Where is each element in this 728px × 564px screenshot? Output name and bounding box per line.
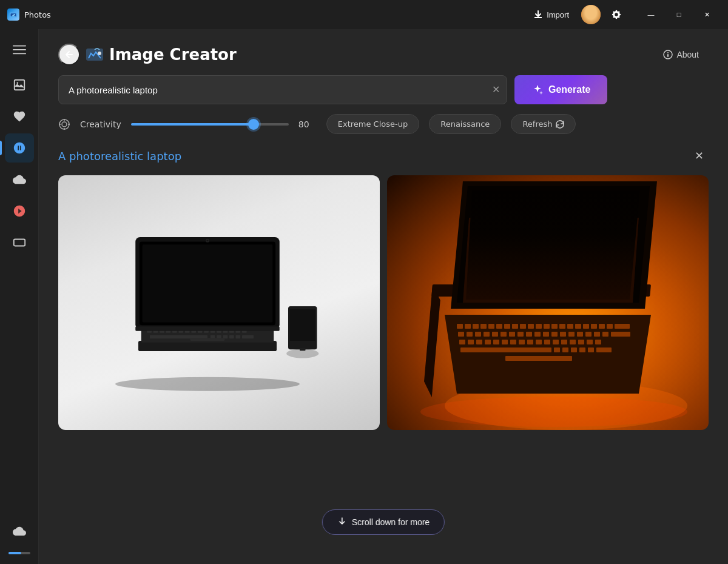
main-content: Image Creator About ✕ Gen <box>39 29 728 564</box>
svg-rect-116 <box>585 332 592 337</box>
svg-rect-104 <box>484 332 490 337</box>
svg-point-11 <box>98 52 101 55</box>
svg-rect-100 <box>615 324 630 329</box>
avatar-face <box>581 5 601 24</box>
svg-rect-144 <box>505 356 572 361</box>
svg-rect-84 <box>488 324 494 329</box>
svg-point-7 <box>16 82 18 84</box>
svg-rect-110 <box>534 332 541 337</box>
svg-rect-94 <box>567 324 573 329</box>
svg-rect-6 <box>14 80 24 90</box>
style-chip-renaissance[interactable]: Renaissance <box>429 114 501 134</box>
svg-rect-9 <box>13 240 24 246</box>
image-2-orange-laptop <box>387 175 709 430</box>
scroll-down-button[interactable]: Scroll down for more <box>322 509 445 535</box>
svg-rect-62 <box>236 335 241 339</box>
svg-rect-105 <box>492 332 498 337</box>
svg-rect-113 <box>560 332 566 337</box>
svg-rect-3 <box>13 45 26 47</box>
results-container: A photorealistic laptop ✕ <box>39 146 728 564</box>
svg-rect-87 <box>512 324 518 329</box>
creativity-label: Creativity <box>80 119 121 129</box>
svg-point-15 <box>62 122 67 127</box>
search-container: ✕ <box>58 75 507 104</box>
svg-rect-128 <box>527 340 533 344</box>
sidebar-item-cloud[interactable] <box>5 165 34 194</box>
svg-rect-121 <box>468 340 474 344</box>
maximize-button[interactable]: □ <box>665 5 693 24</box>
sidebar-item-favorites[interactable] <box>5 102 34 131</box>
svg-rect-92 <box>551 324 558 329</box>
window-controls: — □ ✕ <box>637 5 721 24</box>
search-input[interactable] <box>58 75 507 104</box>
svg-rect-102 <box>467 332 473 337</box>
close-button[interactable]: ✕ <box>693 5 721 24</box>
svg-rect-143 <box>596 347 612 352</box>
creativity-slider[interactable] <box>131 123 289 126</box>
minimize-button[interactable]: — <box>637 5 665 24</box>
svg-rect-93 <box>559 324 565 329</box>
sidebar-item-creator[interactable] <box>5 133 34 163</box>
style-chip-extreme-closeup[interactable]: Extreme Close-up <box>326 114 419 134</box>
svg-rect-127 <box>519 340 525 344</box>
svg-rect-106 <box>500 332 507 337</box>
back-button[interactable] <box>58 44 80 65</box>
svg-rect-135 <box>587 340 593 344</box>
avatar[interactable] <box>581 5 601 24</box>
sidebar-item-album[interactable] <box>5 196 34 226</box>
scroll-down-bar: Scroll down for more <box>322 509 445 535</box>
page-title: Image Creator <box>109 45 237 64</box>
svg-rect-133 <box>570 340 576 344</box>
import-button[interactable]: Import <box>526 6 576 23</box>
clear-button[interactable]: ✕ <box>492 85 500 95</box>
svg-rect-103 <box>475 332 481 337</box>
svg-rect-136 <box>595 340 601 344</box>
settings-button[interactable] <box>605 9 627 20</box>
svg-rect-72 <box>290 309 315 341</box>
sidebar-item-menu[interactable] <box>5 35 34 64</box>
close-results-button[interactable]: ✕ <box>689 146 709 166</box>
svg-rect-115 <box>577 332 583 337</box>
svg-rect-123 <box>485 340 491 344</box>
image-card-1[interactable] <box>58 175 380 430</box>
svg-rect-81 <box>465 324 471 329</box>
svg-rect-122 <box>476 340 482 344</box>
svg-rect-117 <box>594 332 600 337</box>
svg-rect-114 <box>568 332 575 337</box>
about-button[interactable]: About <box>653 45 709 64</box>
image-1-white-laptop <box>58 175 380 430</box>
svg-point-74 <box>286 349 318 358</box>
image-card-2[interactable] <box>387 175 709 430</box>
about-label: About <box>676 50 699 59</box>
svg-rect-107 <box>509 332 515 337</box>
page-header: Image Creator About <box>39 29 728 75</box>
storage-bar <box>8 552 30 554</box>
svg-rect-5 <box>13 53 26 55</box>
svg-rect-99 <box>607 324 613 329</box>
svg-rect-82 <box>473 324 479 329</box>
results-title: A photorealistic laptop <box>58 150 181 163</box>
app-icon <box>7 8 19 21</box>
titlebar-left: Photos <box>7 8 51 21</box>
images-grid <box>58 175 709 430</box>
svg-rect-109 <box>526 332 532 337</box>
svg-rect-119 <box>611 332 630 337</box>
svg-rect-63 <box>242 335 254 339</box>
svg-rect-125 <box>502 340 508 344</box>
svg-rect-111 <box>543 332 549 337</box>
sidebar-bottom <box>5 515 34 559</box>
refresh-button[interactable]: Refresh <box>511 114 576 134</box>
sidebar-item-gallery[interactable] <box>5 70 34 99</box>
results-header: A photorealistic laptop ✕ <box>58 146 709 166</box>
svg-rect-64 <box>190 338 225 341</box>
sidebar-item-cloud-storage[interactable] <box>5 517 34 546</box>
svg-point-2 <box>14 14 15 15</box>
sidebar-item-device[interactable] <box>5 228 34 257</box>
svg-rect-85 <box>496 324 502 329</box>
svg-point-13 <box>667 52 669 53</box>
scroll-down-label: Scroll down for more <box>352 517 430 527</box>
generate-button[interactable]: Generate <box>514 75 607 104</box>
refresh-label: Refresh <box>522 119 552 129</box>
svg-rect-86 <box>504 324 510 329</box>
import-label: Import <box>547 10 569 19</box>
